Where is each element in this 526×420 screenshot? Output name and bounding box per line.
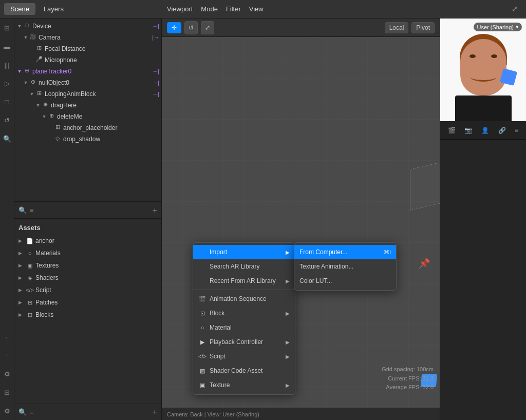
filter-menu[interactable]: Filter (226, 5, 241, 13)
del-label: deleteMe (57, 113, 159, 120)
tree-item-nullobj[interactable]: ▼ ⊕ nullObject0 →| (14, 77, 161, 88)
scene-tab[interactable]: Scene (4, 3, 35, 15)
left-eye (469, 54, 476, 58)
preview-camera-icon[interactable]: 📷 (464, 127, 472, 134)
export-icon[interactable]: ⤢ (512, 5, 521, 14)
preview-panel: User (Sharing) ▾ 🎬 📷 👤 🔗 ≡ (440, 18, 526, 420)
menu-shader[interactable]: ▨ Shader Code Asset (193, 364, 295, 378)
block-arrow: ▶ (286, 311, 290, 316)
asset-arrow-mat: ▶ (18, 251, 26, 256)
script-arrow: ▶ (286, 354, 290, 359)
view-menu[interactable]: View (249, 5, 264, 13)
gear-icon[interactable]: ⚙ (2, 369, 12, 379)
tree-item-delete[interactable]: ▼ ⊕ deleteMe (14, 111, 161, 122)
asset-group-patches[interactable]: ▶ ⊞ Patches (14, 296, 161, 309)
scene-add-btn[interactable]: + (153, 206, 157, 215)
tree-item-drag[interactable]: ▼ ⊕ dragHere (14, 100, 161, 111)
drag-icon: ⊕ (41, 101, 49, 109)
play-icon[interactable]: ▷ (2, 78, 12, 88)
menu-recent-ar[interactable]: Recent From AR Library ▶ (193, 274, 295, 288)
menu-import-item[interactable]: Import ▶ (193, 245, 295, 259)
settings-icon[interactable]: ⚙ (2, 406, 12, 416)
tree-item-microphone[interactable]: 🎤 Microphone (14, 54, 161, 66)
upload-icon[interactable]: ↑ (2, 350, 12, 360)
menu-material[interactable]: ○ Material (193, 320, 295, 335)
grid-spacing-label: Grid spacing: 100cm (382, 365, 434, 374)
import-item-label: Import (210, 249, 227, 256)
focal-label: Focal Distance (45, 45, 159, 52)
tree-item-shadow[interactable]: ◇ drop_shadow (14, 133, 161, 145)
loop-icon: ⊞ (35, 90, 43, 98)
device-icon: □ (23, 22, 31, 30)
frame-icon[interactable]: □ (2, 97, 12, 107)
drag-label: dragHere (51, 102, 159, 109)
shad-label: drop_shadow (63, 136, 159, 143)
refresh-icon[interactable]: ↺ (2, 115, 12, 125)
asset-group-script[interactable]: ▶ </> Script (14, 284, 161, 296)
scale-btn[interactable]: ⤢ (201, 21, 214, 34)
scene-search-icon[interactable]: 🔍 (18, 206, 27, 214)
mode-menu[interactable]: Mode (201, 5, 218, 13)
submenu-from-computer[interactable]: From Computer... ⌘I (294, 245, 396, 259)
menu-search-ar[interactable]: Search AR Library (193, 259, 295, 274)
local-btn[interactable]: Local (385, 22, 409, 33)
import-menu-icon (198, 248, 206, 256)
texture-arrow: ▶ (286, 383, 290, 388)
device-pin: →| (152, 23, 159, 29)
home-icon[interactable]: ⊞ (2, 23, 12, 33)
main-content: ⊞ ▬ ||| ▷ □ ↺ 🔍 + ↑ ⚙ ⊞ ⚙ ▼ □ Device →| … (0, 18, 526, 420)
tree-item-camera[interactable]: ▼ 🎥 Camera |→ (14, 32, 161, 43)
submenu-color-lut[interactable]: Color LUT... (294, 274, 396, 288)
asset-group-shaders[interactable]: ▶ ◈ Shaders (14, 272, 161, 284)
anch-icon: ⊞ (53, 124, 62, 132)
video-icon[interactable]: ▬ (2, 41, 12, 51)
tree-arrow-camera: ▼ (23, 35, 29, 40)
user-sharing-label[interactable]: User (Sharing) ▾ (474, 23, 522, 31)
add-icon[interactable]: + (2, 332, 12, 342)
bar-chart-icon[interactable]: ||| (2, 60, 12, 70)
preview-user-icon[interactable]: 👤 (481, 127, 489, 134)
asset-group-materials[interactable]: ▶ ○ Materials (14, 247, 161, 259)
asset-group-textures[interactable]: ▶ ▣ Textures (14, 259, 161, 272)
menu-texture[interactable]: ▣ Texture ▶ (193, 378, 295, 392)
tree-item-anchor[interactable]: ⊞ anchor_placeholder (14, 122, 161, 133)
asset-label-patches: Patches (35, 299, 58, 306)
tree-item-focal[interactable]: ⊞ Focal Distance (14, 43, 161, 54)
asset-icon-mat: ○ (26, 250, 34, 256)
asset-group-anchor[interactable]: ▶ 📄 anchor (14, 235, 161, 247)
scene-filter-icon[interactable]: ≡ (30, 206, 34, 214)
layers-tab[interactable]: Layers (37, 3, 70, 15)
tree-arrow-device: ▼ (16, 24, 23, 29)
move-btn[interactable]: ✛ (167, 22, 181, 33)
preview-link-icon[interactable]: 🔗 (498, 127, 506, 134)
asset-group-blocks[interactable]: ▶ ⊡ Blocks (14, 309, 161, 321)
playback-arrow: ▶ (286, 339, 290, 345)
recent-arrow: ▶ (286, 278, 290, 284)
assets-search-icon[interactable]: 🔍 (18, 408, 27, 416)
pivot-btn[interactable]: Pivot (411, 22, 435, 33)
search-icon[interactable]: 🔍 (2, 133, 12, 144)
viewport-menu[interactable]: Viewport (167, 5, 193, 13)
asset-label-anchor: anchor (35, 237, 54, 244)
menu-playback[interactable]: ▶ Playback Controller ▶ (193, 335, 295, 349)
menu-anim-seq[interactable]: 🎬 Animation Sequence (193, 292, 295, 306)
grid-icon[interactable]: ⊞ (2, 387, 12, 397)
assets-add-btn[interactable]: + (153, 408, 157, 417)
menu-script[interactable]: </> Script ▶ (193, 349, 295, 364)
block-label: Block (210, 310, 224, 317)
tree-arrow-null: ▼ (23, 80, 29, 85)
rotate-btn[interactable]: ↺ (184, 21, 198, 34)
asset-label-script: Script (35, 287, 51, 294)
tree-item-planetracker[interactable]: ▼ ⊕ planeTracker0 →| (14, 66, 161, 77)
preview-record-icon[interactable]: 🎬 (448, 127, 456, 134)
tree-item-device[interactable]: ▼ □ Device →| (14, 21, 161, 32)
shader-label: Shader Code Asset (210, 367, 262, 374)
submenu-texture-anim[interactable]: Texture Animation... (294, 259, 396, 274)
tree-item-looping[interactable]: ▼ ⊞ LoopingAnimBlock →| (14, 88, 161, 100)
tree-arrow-loop: ▼ (29, 91, 35, 97)
preview-menu-icon[interactable]: ≡ (515, 127, 518, 134)
menu-block[interactable]: ⊡ Block ▶ (193, 306, 295, 320)
asset-arrow-anchor: ▶ (18, 238, 26, 243)
assets-filter-icon[interactable]: ≡ (30, 408, 34, 416)
asset-icon-shad: ◈ (26, 275, 34, 281)
